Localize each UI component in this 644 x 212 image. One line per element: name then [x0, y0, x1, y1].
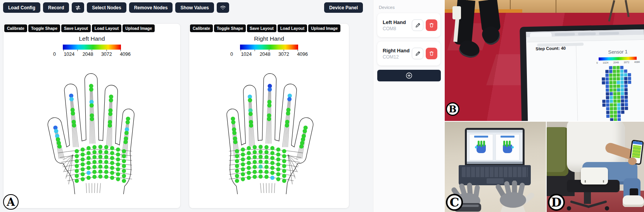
- green-pillow: [547, 127, 568, 176]
- person-hand: [628, 157, 637, 165]
- right-hand-pane: [496, 134, 520, 160]
- save-layout-button[interactable]: Save Layout: [247, 24, 276, 32]
- add-device-button[interactable]: [377, 70, 441, 81]
- device-name: Left Hand: [383, 19, 406, 25]
- figure-root: Load Config Record Select Nodes Remove N…: [0, 0, 644, 212]
- browser-tab: [578, 32, 596, 35]
- photo-laptop-gloves: C: [445, 122, 546, 212]
- color-scale-labels: 0 1024 2048 3072 4096: [53, 52, 131, 57]
- calibrate-button[interactable]: Calibrate: [190, 24, 213, 32]
- color-scale-gradient: [240, 45, 298, 50]
- left-hand-card-actions: Calibrate Toggle Shape Save Layout Load …: [4, 24, 155, 32]
- pencil-icon: [415, 22, 421, 28]
- delete-device-button[interactable]: [426, 19, 437, 31]
- device-card-left-hand[interactable]: Left Hand COM8: [377, 13, 440, 37]
- photo-walking-insole-test: Step Count: 40 Sensor 1 0 1024 2048 3072…: [445, 0, 644, 121]
- wifi-icon: [220, 5, 226, 11]
- upload-image-button[interactable]: Upload Image: [123, 24, 155, 32]
- scale-tick-4096: 4096: [297, 52, 308, 57]
- load-config-button[interactable]: Load Config: [3, 2, 40, 13]
- left-hand-title: Left Hand: [3, 35, 180, 42]
- chair-wheel: [567, 206, 571, 210]
- panel-label-a: A: [3, 194, 19, 210]
- left-hand-color-scale: 0 1024 2048 3072 4096: [53, 45, 131, 57]
- insole-pressure-heatmap: [601, 65, 632, 121]
- device-panel-button[interactable]: Device Panel: [324, 2, 363, 13]
- device-info: Right Hand COM12: [383, 48, 409, 60]
- device-port: COM12: [383, 54, 409, 60]
- left-hand-pane: [469, 134, 493, 160]
- save-layout-button[interactable]: Save Layout: [61, 24, 91, 32]
- color-scale-ticks: [240, 50, 298, 51]
- photo-seated-user-phone: D: [547, 122, 644, 212]
- glove-right-worn: [498, 183, 532, 212]
- left-hand-visualization[interactable]: [26, 58, 158, 194]
- device-name: Right Hand: [383, 48, 409, 53]
- devices-sidebar: Devices Left Hand COM8: [373, 0, 444, 212]
- device-port: COM8: [383, 26, 406, 31]
- tick: 2048: [613, 61, 619, 64]
- pane-header: [474, 136, 488, 138]
- phone-heatmap: [632, 145, 641, 158]
- refresh-button[interactable]: [72, 2, 84, 13]
- tick: 0: [596, 61, 598, 64]
- panel-label-c: C: [446, 194, 463, 211]
- refresh-icon: [75, 5, 81, 11]
- mini-hand-heatmap: [502, 141, 513, 154]
- show-values-button[interactable]: Show Values: [175, 2, 214, 13]
- scale-tick-1024: 1024: [64, 52, 74, 57]
- keyboard: [462, 167, 528, 177]
- tick: 1024: [603, 61, 608, 64]
- load-layout-button[interactable]: Load Layout: [92, 24, 121, 32]
- edit-device-button[interactable]: [412, 48, 423, 59]
- scale-tick-3072: 3072: [101, 52, 112, 57]
- upload-image-button[interactable]: Upload Image: [308, 24, 340, 32]
- plus-circle-icon: [406, 72, 413, 79]
- mini-hand-heatmap: [475, 141, 487, 154]
- browser-chrome: [467, 130, 523, 133]
- scale-tick-2048: 2048: [83, 52, 93, 57]
- laptop-screen: Step Count: 40 Sensor 1 0 1024 2048 3072…: [526, 29, 644, 121]
- toggle-shape-button[interactable]: Toggle Shape: [214, 24, 246, 32]
- record-button[interactable]: Record: [43, 2, 69, 13]
- edit-device-button[interactable]: [412, 19, 423, 31]
- select-nodes-button[interactable]: Select Nodes: [87, 2, 126, 13]
- toggle-shape-button[interactable]: Toggle Shape: [28, 24, 60, 32]
- phone-app-header: [633, 141, 643, 145]
- tick: 4096: [634, 60, 640, 63]
- ankle-device: [452, 6, 461, 19]
- right-hand-card: Calibrate Toggle Shape Save Layout Load …: [189, 23, 349, 209]
- delete-device-button[interactable]: [426, 48, 437, 59]
- taskbar: [467, 162, 523, 164]
- insole-color-scale: [599, 57, 637, 60]
- device-card-right-hand[interactable]: Right Hand COM12: [377, 41, 440, 65]
- panel-divider: [576, 45, 578, 121]
- insole-scale-labels: 0 1024 2048 3072 4096: [596, 60, 640, 64]
- pane-header: [501, 136, 515, 138]
- scale-tick-0: 0: [53, 52, 56, 57]
- screen-content: [467, 130, 523, 164]
- devices-panel-title: Devices: [379, 5, 444, 10]
- left-hand-card: Calibrate Toggle Shape Save Layout Load …: [3, 23, 181, 209]
- right-hand-card-actions: Calibrate Toggle Shape Save Layout Load …: [190, 24, 340, 32]
- wifi-button[interactable]: [217, 2, 229, 13]
- chair-wheel: [605, 206, 609, 210]
- right-hand-visualization[interactable]: [203, 58, 335, 194]
- scale-tick-0: 0: [230, 52, 233, 57]
- tick: 3072: [624, 61, 630, 64]
- browser-tab: [555, 33, 575, 36]
- panel-label-d: D: [548, 194, 565, 211]
- load-layout-button[interactable]: Load Layout: [278, 24, 307, 32]
- sensor-title: Sensor 1: [595, 49, 641, 55]
- remove-nodes-button[interactable]: Remove Nodes: [129, 2, 173, 13]
- scale-tick-2048: 2048: [260, 52, 271, 57]
- photo-strip: Step Count: 40 Sensor 1 0 1024 2048 3072…: [445, 0, 644, 212]
- trash-icon: [429, 22, 434, 28]
- white-device-box: [581, 167, 608, 184]
- trash-icon: [429, 51, 434, 56]
- calibrate-button[interactable]: Calibrate: [4, 24, 27, 32]
- main-toolbar: Load Config Record Select Nodes Remove N…: [3, 2, 370, 13]
- scale-tick-4096: 4096: [120, 52, 131, 57]
- right-hand-title: Right Hand: [189, 35, 349, 42]
- pencil-icon: [415, 51, 421, 57]
